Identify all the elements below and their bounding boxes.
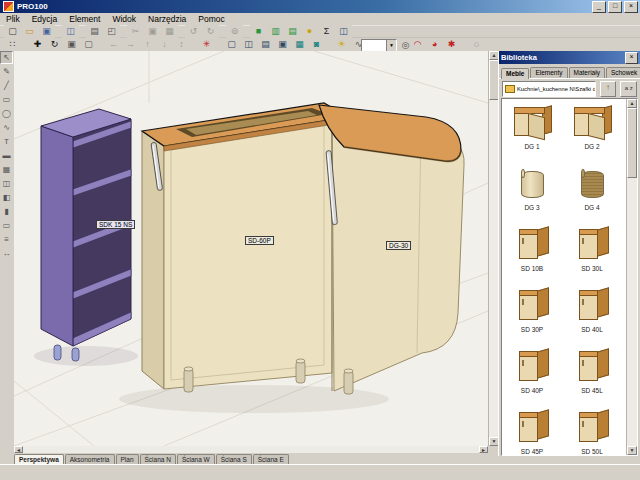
floor-tool-button[interactable]: ▦ xyxy=(0,163,13,176)
tab-perspektywa[interactable]: Perspektywa xyxy=(14,454,64,464)
wall-tool-button[interactable]: ▬ xyxy=(0,149,13,162)
nudge-left-button[interactable]: ← xyxy=(105,38,122,51)
group-button[interactable]: ▣ xyxy=(63,38,80,51)
library-scrollbar[interactable]: ▲ ▼ xyxy=(626,99,637,455)
snap-grid-button[interactable]: ∷ xyxy=(4,38,21,51)
title-bar[interactable]: PRO100 _ □ × xyxy=(0,0,640,13)
tab-materialy[interactable]: Materiały xyxy=(569,67,605,78)
library-item[interactable]: SD 10B xyxy=(502,221,562,282)
elements-list-button[interactable]: ■ xyxy=(250,25,267,38)
report-pie-button[interactable]: ◕ xyxy=(426,38,443,51)
measure-tool-button[interactable]: ↔ xyxy=(0,247,13,260)
valuation-button[interactable]: ● xyxy=(301,25,318,38)
sum-button[interactable]: Σ xyxy=(318,25,335,38)
view-hidden-lines-button[interactable]: ◫ xyxy=(240,38,257,51)
menu-widok[interactable]: Widok xyxy=(106,14,142,24)
door-tool-button[interactable]: ◧ xyxy=(0,191,13,204)
cut-button[interactable]: ✂ xyxy=(127,25,144,38)
chevron-down-icon[interactable]: ▼ xyxy=(386,40,396,51)
pencil-tool-button[interactable]: ✎ xyxy=(0,65,13,78)
redo-button[interactable]: ↻ xyxy=(202,25,219,38)
tab-schowek[interactable]: Schowek xyxy=(606,67,640,78)
menu-pomoc[interactable]: Pomoc xyxy=(192,14,230,24)
tab-sciana-e[interactable]: Ściana E xyxy=(253,454,289,464)
scroll-left-icon[interactable]: ◄ xyxy=(14,446,23,453)
arc-tool-button[interactable]: ∿ xyxy=(0,121,13,134)
line-tool-button[interactable]: ╱ xyxy=(0,79,13,92)
nudge-down-button[interactable]: ↓ xyxy=(156,38,173,51)
nudge-up-button[interactable]: ↑ xyxy=(139,38,156,51)
design-canvas[interactable]: SDK 15 NS SD-60P DG-30 xyxy=(14,51,488,446)
tab-plan[interactable]: Plan xyxy=(116,454,139,464)
move-tool-button[interactable]: ✚ xyxy=(29,38,46,51)
menu-plik[interactable]: Plik xyxy=(0,14,26,24)
up-one-level-button[interactable]: ↑ xyxy=(600,81,617,97)
view-color-button[interactable]: ▤ xyxy=(257,38,274,51)
library-item[interactable]: DG 4 xyxy=(562,160,622,221)
rotate-tool-button[interactable]: ↻ xyxy=(46,38,63,51)
specification-table-button[interactable]: ◫ xyxy=(335,25,352,38)
zoom-out-button[interactable]: ◌ xyxy=(468,38,485,51)
print-preview-button[interactable]: ◰ xyxy=(103,25,120,38)
view-textured-button[interactable]: ▦ xyxy=(291,38,308,51)
window-tool-button[interactable]: ◫ xyxy=(0,177,13,190)
stairs-tool-button[interactable]: ≡ xyxy=(0,233,13,246)
menu-element[interactable]: Element xyxy=(63,14,106,24)
link-button[interactable]: ⊚ xyxy=(226,25,243,38)
scrollbar-thumb[interactable] xyxy=(627,108,637,178)
tab-aksonometria[interactable]: Aksonometria xyxy=(65,454,115,464)
view-shaded-button[interactable]: ▣ xyxy=(274,38,291,51)
tab-meble[interactable]: Meble xyxy=(501,68,529,79)
text-tool-button[interactable]: T xyxy=(0,135,13,148)
menu-narzedzia[interactable]: Narzędzia xyxy=(142,14,192,24)
ellipse-tool-button[interactable]: ◯ xyxy=(0,107,13,120)
canvas-horizontal-scrollbar[interactable]: ◄ ► xyxy=(14,446,488,453)
maximize-button[interactable]: □ xyxy=(608,1,622,13)
report-rosette-button[interactable]: ✱ xyxy=(443,38,460,51)
library-item[interactable]: SD 50L xyxy=(562,404,622,456)
scroll-right-icon[interactable]: ► xyxy=(479,446,488,453)
view-wireframe-button[interactable]: ▢ xyxy=(223,38,240,51)
open-file-button[interactable]: ▭ xyxy=(21,25,38,38)
library-close-icon[interactable]: × xyxy=(625,52,638,64)
cut-list-button[interactable]: ▥ xyxy=(267,25,284,38)
column-tool-button[interactable]: ▮ xyxy=(0,205,13,218)
new-file-button[interactable]: ▢ xyxy=(4,25,21,38)
library-item[interactable]: SD 40P xyxy=(502,343,562,404)
tab-elementy[interactable]: Elementy xyxy=(530,67,567,78)
library-path-combo[interactable]: Kuchnie\_kuchenne N\Szafki dol ▼ xyxy=(502,81,596,97)
library-item[interactable]: DG 2 xyxy=(562,99,622,160)
pointer-tool-button[interactable]: ↖ xyxy=(0,51,13,64)
tab-sciana-n[interactable]: Ściana N xyxy=(140,454,176,464)
ungroup-button[interactable]: ▢ xyxy=(80,38,97,51)
scroll-down-icon[interactable]: ▼ xyxy=(627,446,637,455)
light-button[interactable]: ☀ xyxy=(333,38,350,51)
library-item[interactable]: DG 3 xyxy=(502,160,562,221)
report-button[interactable]: ▤ xyxy=(284,25,301,38)
save-button[interactable]: ▣ xyxy=(38,25,55,38)
menu-edycja[interactable]: Edycja xyxy=(26,14,64,24)
sort-az-button[interactable]: a z xyxy=(620,81,637,97)
library-item[interactable]: SD 45L xyxy=(562,343,622,404)
scroll-up-icon[interactable]: ▲ xyxy=(627,99,637,108)
undo-button[interactable]: ↺ xyxy=(185,25,202,38)
library-item[interactable]: SD 45P xyxy=(502,404,562,456)
library-item[interactable]: SD 30P xyxy=(502,282,562,343)
library-item[interactable]: DG 1 xyxy=(502,99,562,160)
worktop-tool-button[interactable]: ▭ xyxy=(0,219,13,232)
view-realistic-button[interactable]: ◙ xyxy=(308,38,325,51)
nudge-right-button[interactable]: → xyxy=(122,38,139,51)
minimize-button[interactable]: _ xyxy=(592,1,606,13)
project-properties-button[interactable]: ◫ xyxy=(62,25,79,38)
library-item[interactable]: SD 30L xyxy=(562,221,622,282)
copy-button[interactable]: ▣ xyxy=(144,25,161,38)
tab-sciana-s[interactable]: Ściana S xyxy=(216,454,252,464)
library-item[interactable]: SD 40L xyxy=(562,282,622,343)
paste-button[interactable]: ▦ xyxy=(161,25,178,38)
stretch-button[interactable]: ↕ xyxy=(173,38,190,51)
collision-button[interactable]: ✳ xyxy=(198,38,215,51)
rect-tool-button[interactable]: ▭ xyxy=(0,93,13,106)
tab-sciana-w[interactable]: Ściana W xyxy=(177,454,215,464)
print-button[interactable]: ▤ xyxy=(86,25,103,38)
library-title-bar[interactable]: Biblioteka × xyxy=(499,51,640,64)
